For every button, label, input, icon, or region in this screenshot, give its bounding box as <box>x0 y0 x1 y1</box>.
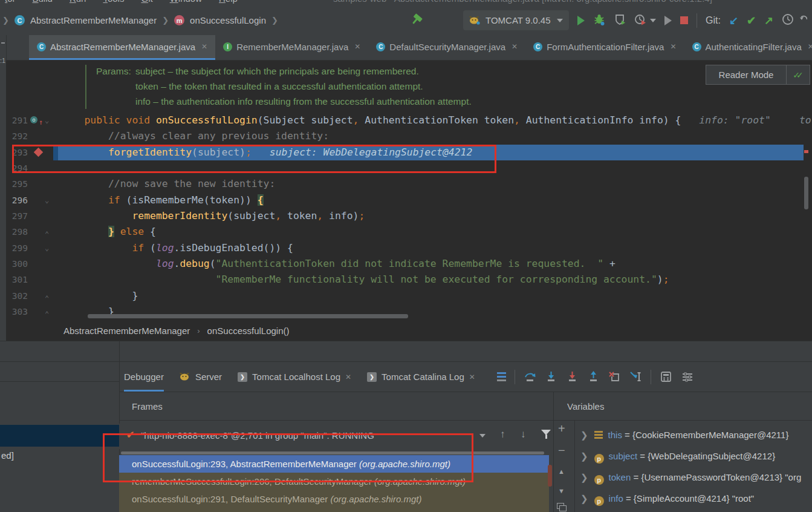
remove-watch-button[interactable]: − <box>558 444 565 458</box>
code-editor[interactable]: Params: subject – the subject for which … <box>6 61 812 321</box>
line-number: 301 <box>6 272 28 287</box>
thread-selector-row[interactable]: ✔ "http-nio-8888-exec-8"@2,701 in group … <box>119 424 549 449</box>
code-line: 294 <box>6 160 812 176</box>
line-number: 299 <box>6 240 28 256</box>
close-icon[interactable]: ✕ <box>808 42 812 51</box>
run-gray-button[interactable] <box>664 16 672 25</box>
close-icon[interactable]: ✕ <box>201 42 207 51</box>
frame-down-icon[interactable]: ↓ <box>521 428 526 441</box>
step-over-button[interactable] <box>524 370 536 383</box>
crumb-class[interactable]: AbstractRememberMeManager <box>63 326 190 336</box>
add-watch-button[interactable]: + <box>558 422 565 436</box>
settings-sliders-icon[interactable] <box>681 370 694 383</box>
expand-chevron-icon[interactable]: ❯ <box>580 430 588 440</box>
move-down-button[interactable]: ▼ <box>558 487 565 494</box>
variable-row[interactable]: ❯pinfo = {SimpleAccount@4214} "root" <box>576 488 812 509</box>
coverage-button[interactable] <box>614 13 626 28</box>
drop-frame-button[interactable] <box>608 370 621 383</box>
line-number: 292 <box>6 128 28 144</box>
toolbar-separator <box>651 370 651 384</box>
debug-tab-server[interactable]: Server <box>180 362 222 392</box>
stack-frame-row[interactable]: rememberMeSuccessfulLogin:206, DefaultSe… <box>119 473 549 490</box>
git-label: Git: <box>706 15 721 26</box>
expand-chevron-icon[interactable]: ❯ <box>580 451 588 461</box>
editor-tab-bar: CAbstractRememberMeManager.java✕IRemembe… <box>6 35 812 61</box>
duplicate-icon[interactable] <box>557 503 564 509</box>
debug-tab-tomcat-catalina-log[interactable]: ❯Tomcat Catalina Log✕ <box>367 362 475 392</box>
window-title: samples-web - AbstractRememberMeManager.… <box>333 0 712 4</box>
run-to-cursor-button[interactable] <box>629 370 642 383</box>
editor-tab[interactable]: CDefaultSecurityManager.java✕ <box>368 35 525 60</box>
close-icon[interactable]: ✕ <box>354 42 360 51</box>
profiler-button[interactable] <box>634 13 646 28</box>
menu-item[interactable]: Help <box>219 0 238 4</box>
breadcrumb-method[interactable]: onSuccessfulLogin <box>190 15 266 25</box>
expand-chevron-icon[interactable]: ❯ <box>580 472 588 482</box>
breadcrumb-class[interactable]: AbstractRememberMeManager <box>30 15 157 25</box>
stop-button[interactable] <box>680 16 688 24</box>
rollback-icon[interactable] <box>800 13 807 28</box>
fold-up-icon[interactable]: ⌃ <box>45 306 49 321</box>
git-push-icon[interactable]: ↗ <box>764 14 773 27</box>
menu-item[interactable]: Run <box>70 0 86 4</box>
menu-item[interactable]: Tools <box>103 0 124 4</box>
build-hammer-icon[interactable] <box>410 13 423 28</box>
run-button[interactable] <box>577 16 585 25</box>
crumb-method[interactable]: onSuccessfulLogin() <box>207 326 290 336</box>
evaluate-expression-button[interactable] <box>660 370 672 383</box>
fold-down-icon[interactable]: ⌄ <box>45 113 49 128</box>
run-configuration-select[interactable]: TOMCAT 9.0.45 <box>463 10 569 30</box>
vertical-scrollbar[interactable] <box>804 177 808 209</box>
frame-up-icon[interactable]: ↑ <box>500 428 505 441</box>
profiler-dropdown-icon[interactable] <box>650 19 656 22</box>
editor-tab[interactable]: CAbstractRememberMeManager.java✕ <box>29 35 215 60</box>
reader-mode-toggle[interactable]: Reader Mode ✓✓ <box>706 65 810 85</box>
close-icon[interactable]: ✕ <box>345 373 351 381</box>
code-area[interactable]: 291o↑⌄ public void onSuccessfulLogin(Sub… <box>6 113 812 320</box>
variable-row[interactable]: ❯psubject = {WebDelegatingSubject@4212} <box>576 445 812 467</box>
stack-frame-row[interactable]: login:285, DefaultSecurityManager (org.a… <box>119 508 549 512</box>
editor-tab[interactable]: IRememberMeManager.java✕ <box>215 35 368 60</box>
stack-frame-row[interactable]: onSuccessfulLogin:293, AbstractRememberM… <box>119 455 549 473</box>
variable-row[interactable]: ❯this = {CookieRememberMeManager@4211} <box>576 424 812 445</box>
inspections-ok-icon[interactable]: ✓✓ <box>787 70 810 80</box>
close-icon[interactable]: ✕ <box>469 373 475 381</box>
fold-down-icon[interactable]: ⌄ <box>45 192 49 208</box>
move-up-button[interactable]: ▲ <box>558 468 565 475</box>
frame-location: onSuccessfulLogin:293, AbstractRememberM… <box>132 459 359 469</box>
debug-button[interactable] <box>593 13 605 28</box>
git-commit-icon[interactable]: ✔ <box>747 14 756 27</box>
variable-row[interactable]: ❯ptoken = {UsernamePasswordToken@4213} "… <box>576 467 812 488</box>
menu-item[interactable]: tor <box>5 0 16 4</box>
code-line: 296⌄ if (isRememberMe(token)) { <box>6 192 812 208</box>
execution-pointer <box>53 145 58 160</box>
editor-tab[interactable]: CFormAuthenticationFilter.java✕ <box>525 35 684 60</box>
step-into-button[interactable] <box>545 370 557 383</box>
layout-menu-icon[interactable] <box>497 372 506 381</box>
menu-item[interactable]: Build <box>33 0 53 4</box>
frames-horizontal-scrollbar[interactable] <box>121 451 544 455</box>
services-selected-row[interactable] <box>0 425 119 447</box>
expand-chevron-icon[interactable]: ❯ <box>580 493 588 504</box>
frames-vertical-scrollbar[interactable] <box>548 465 552 487</box>
menu-item[interactable]: Git <box>141 0 152 4</box>
horizontal-scrollbar[interactable] <box>88 314 408 318</box>
toolbar-separator <box>697 13 697 28</box>
thread-dropdown-icon[interactable] <box>479 434 486 438</box>
override-method-icon[interactable]: o <box>30 116 37 123</box>
fold-down-icon[interactable]: ⌄ <box>45 240 49 256</box>
step-out-button[interactable] <box>587 370 600 383</box>
git-update-icon[interactable]: ↙ <box>729 14 738 27</box>
doc-params-label: Params: <box>96 66 131 77</box>
console-icon: ❯ <box>238 372 247 382</box>
breakpoint-icon[interactable] <box>34 147 44 157</box>
history-clock-icon[interactable] <box>782 13 794 28</box>
close-icon[interactable]: ✕ <box>670 42 676 51</box>
close-icon[interactable]: ✕ <box>512 42 518 51</box>
editor-tab[interactable]: CAuthenticatingFilter.java✕ <box>684 35 812 60</box>
debug-tab-debugger[interactable]: Debugger <box>124 362 164 392</box>
stack-frame-row[interactable]: onSuccessfulLogin:291, DefaultSecurityMa… <box>119 490 549 508</box>
menu-item[interactable]: Window <box>170 0 202 4</box>
debug-tab-tomcat-localhost-log[interactable]: ❯Tomcat Localhost Log✕ <box>238 362 351 392</box>
force-step-into-button[interactable] <box>566 370 579 383</box>
